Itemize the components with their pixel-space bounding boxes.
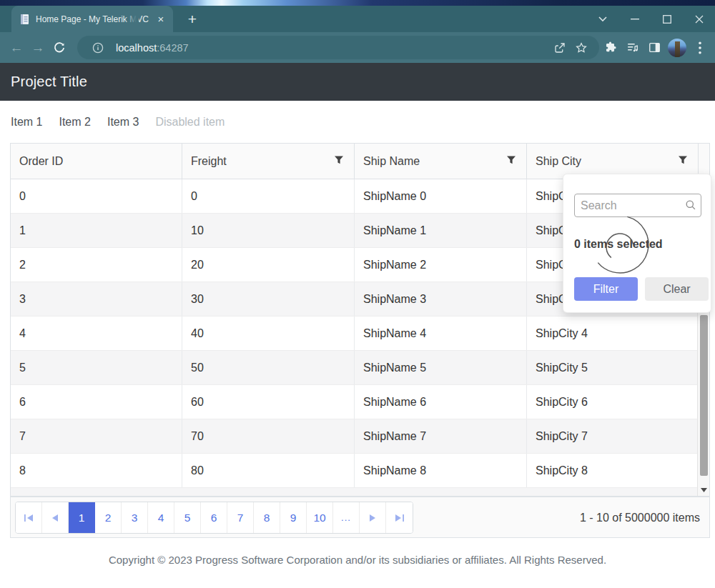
- site-info-icon[interactable]: [87, 37, 109, 59]
- menu-bar: Item 1Item 2Item 3Disabled item: [0, 101, 715, 143]
- table-cell: 3: [11, 282, 182, 316]
- table-cell: 2: [11, 248, 182, 281]
- tab-title-fade: [124, 6, 139, 32]
- minimize-button[interactable]: [618, 6, 651, 32]
- browser-window: Home Page - My Telerik MVC Ap × + ← → lo…: [0, 0, 715, 588]
- filter-funnel-icon[interactable]: [506, 155, 516, 168]
- pager-page-6[interactable]: 6: [201, 502, 227, 533]
- reading-list-icon[interactable]: [621, 36, 644, 59]
- toolbar-right-icons: [599, 36, 711, 59]
- table-cell: ShipCity 5: [527, 351, 698, 384]
- table-cell: 0: [11, 179, 182, 213]
- window-frame-wallpaper: [0, 0, 715, 6]
- table-cell: ShipName 0: [355, 179, 527, 213]
- page-title: Project Title: [11, 74, 87, 90]
- pager-page-4[interactable]: 4: [148, 502, 174, 533]
- pager-info: 1 - 10 of 5000000 items: [580, 497, 700, 539]
- items-selected-text: 0 items selected: [574, 238, 663, 251]
- side-panel-icon[interactable]: [644, 36, 666, 59]
- table-row[interactable]: 770ShipName 7ShipCity 7: [11, 419, 709, 454]
- pager-more-pages[interactable]: ...: [333, 502, 360, 533]
- scrollbar-down-arrow-icon[interactable]: [699, 486, 709, 494]
- window-controls: [586, 6, 715, 32]
- column-header-label: Ship City: [536, 155, 678, 168]
- clear-button[interactable]: Clear: [645, 277, 709, 301]
- url-port: :64287: [157, 42, 188, 54]
- table-cell: 7: [11, 419, 182, 453]
- pager-page-3[interactable]: 3: [122, 502, 148, 533]
- reload-button[interactable]: [49, 37, 70, 59]
- table-row[interactable]: 440ShipName 4ShipCity 4: [11, 317, 709, 351]
- bookmark-star-icon[interactable]: [571, 37, 592, 59]
- table-cell: 1: [11, 214, 182, 247]
- table-row[interactable]: 880ShipName 8ShipCity 8: [11, 454, 709, 488]
- back-button[interactable]: ←: [6, 37, 27, 59]
- scrollbar-thumb[interactable]: [700, 315, 708, 476]
- tab-search-chevron-icon[interactable]: [586, 6, 618, 32]
- pager-page-10[interactable]: 10: [307, 502, 333, 533]
- menu-item-item-1[interactable]: Item 1: [11, 116, 42, 129]
- copyright-text: Copyright © 2023 Progress Software Corpo…: [109, 554, 606, 566]
- table-cell: ShipName 6: [355, 385, 527, 419]
- table-cell: ShipCity 6: [527, 385, 698, 419]
- search-icon: [685, 199, 696, 214]
- filter-funnel-icon[interactable]: [334, 155, 344, 168]
- table-cell: 4: [11, 317, 182, 350]
- tab-close-icon[interactable]: ×: [154, 13, 167, 26]
- pager-prev-button[interactable]: [42, 502, 69, 533]
- browser-menu-kebab-icon[interactable]: [689, 36, 711, 59]
- pager-last-button[interactable]: [386, 502, 413, 533]
- table-cell: 6: [11, 385, 182, 419]
- table-cell: 20: [182, 248, 355, 281]
- browser-toolbar: ← → localhost:64287: [0, 32, 715, 63]
- table-row-partial: [11, 488, 709, 496]
- table-cell: ShipName 7: [355, 419, 527, 453]
- column-header-label: Ship Name: [363, 155, 506, 168]
- table-cell: ShipName 5: [355, 351, 527, 384]
- filter-search-input[interactable]: [574, 194, 701, 217]
- table-cell: 80: [182, 454, 355, 487]
- menu-item-item-3[interactable]: Item 3: [107, 116, 139, 129]
- column-header-order-id[interactable]: Order ID: [11, 144, 182, 179]
- browser-tab[interactable]: Home Page - My Telerik MVC Ap ×: [11, 6, 173, 32]
- menu-item-disabled-item: Disabled item: [155, 116, 225, 129]
- table-row[interactable]: 550ShipName 5ShipCity 5: [11, 351, 709, 385]
- pager: 12345678910...: [15, 502, 413, 534]
- table-cell: ShipCity 7: [527, 419, 698, 453]
- table-cell: 0: [182, 179, 355, 213]
- table-cell: ShipName 2: [355, 248, 527, 281]
- table-cell: ShipName 4: [355, 317, 527, 350]
- menu-item-item-2[interactable]: Item 2: [59, 116, 90, 129]
- close-window-button[interactable]: [683, 6, 715, 32]
- table-row[interactable]: 660ShipName 6ShipCity 6: [11, 385, 709, 419]
- filter-funnel-icon[interactable]: [678, 155, 688, 168]
- pager-first-button[interactable]: [16, 502, 42, 533]
- pager-page-7[interactable]: 7: [227, 502, 254, 533]
- filter-button[interactable]: Filter: [574, 277, 638, 301]
- url-host: localhost: [116, 42, 157, 54]
- page-favicon-icon: [19, 14, 30, 25]
- table-cell: ShipName 8: [355, 454, 527, 487]
- pager-page-5[interactable]: 5: [174, 502, 201, 533]
- profile-avatar[interactable]: [668, 39, 686, 57]
- table-cell: 50: [182, 351, 355, 384]
- table-cell: 30: [182, 282, 355, 316]
- pager-page-8[interactable]: 8: [254, 502, 280, 533]
- filter-popup: 0 items selected Filter Clear: [563, 174, 711, 313]
- table-cell: 8: [11, 454, 182, 487]
- pager-page-2[interactable]: 2: [95, 502, 122, 533]
- maximize-button[interactable]: [651, 6, 683, 32]
- share-icon[interactable]: [549, 37, 571, 59]
- forward-button[interactable]: →: [27, 37, 49, 59]
- column-header-ship-name[interactable]: Ship Name: [355, 144, 527, 179]
- table-cell: ShipName 1: [355, 214, 527, 247]
- pager-page-1[interactable]: 1: [69, 502, 95, 533]
- address-bar[interactable]: localhost:64287: [77, 36, 599, 59]
- pager-next-button[interactable]: [360, 502, 386, 533]
- table-cell: ShipCity 8: [527, 454, 698, 487]
- new-tab-button[interactable]: +: [183, 10, 202, 29]
- extensions-puzzle-icon[interactable]: [599, 36, 621, 59]
- app-header: Project Title: [0, 63, 715, 101]
- pager-page-9[interactable]: 9: [280, 502, 307, 533]
- column-header-freight[interactable]: Freight: [182, 144, 355, 179]
